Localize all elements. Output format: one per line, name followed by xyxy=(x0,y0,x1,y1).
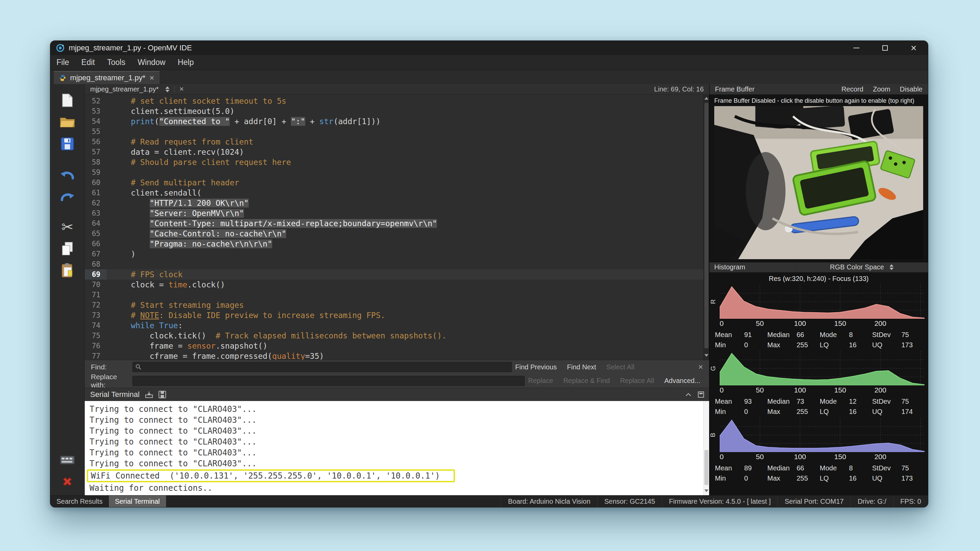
line-number: 76 xyxy=(85,341,107,351)
find-buttons: Find Previous Find Next Select All xyxy=(515,363,692,371)
line-number: 64 xyxy=(85,218,107,229)
find-label: Find: xyxy=(89,363,129,371)
zoom-button[interactable]: Zoom xyxy=(873,86,890,93)
replace-input[interactable] xyxy=(132,376,525,386)
tab-serial-terminal[interactable]: Serial Terminal xyxy=(109,495,166,507)
terminal-line: Trying to connect to "CLARO403"... xyxy=(89,426,702,437)
line-number: 69 xyxy=(85,269,107,279)
stat-max: Max255 xyxy=(767,341,820,349)
menu-window[interactable]: Window xyxy=(131,55,172,70)
axis-tick-label: 0 xyxy=(720,319,724,327)
code-line: 69 # FPS clock xyxy=(85,269,709,279)
stat-min: Min0 xyxy=(715,341,767,349)
open-file-button[interactable] xyxy=(57,114,77,130)
code-line: 60 # Send multipart header xyxy=(85,178,709,188)
histogram-red-stats: Mean91Median66Mode8StDev75Min0Max255LQ16… xyxy=(715,328,924,351)
copy-button[interactable] xyxy=(57,240,77,257)
histogram-red-plot: R xyxy=(720,285,924,319)
redo-button[interactable] xyxy=(57,188,77,205)
stat-median: Median66 xyxy=(767,464,820,472)
drive-info: Drive: G:/ xyxy=(850,495,893,507)
colorspace-select[interactable]: RGB Color Space xyxy=(795,262,928,272)
scroll-up-icon[interactable] xyxy=(705,97,708,100)
code-line: 61 client.sendall( xyxy=(85,188,709,198)
main-area: ✂ xyxy=(50,84,928,495)
cut-button[interactable]: ✂ xyxy=(57,219,77,235)
export-log-icon[interactable] xyxy=(145,391,153,398)
scroll-down-icon[interactable] xyxy=(705,354,708,357)
find-input[interactable] xyxy=(132,362,512,372)
axis-tick-label: 200 xyxy=(875,386,886,394)
line-number: 59 xyxy=(85,167,107,178)
record-button[interactable]: Record xyxy=(842,86,863,93)
split-close-icon[interactable]: × xyxy=(179,85,184,94)
code-line: 56 # Read request from client xyxy=(85,137,709,147)
axis-tick-label: 200 xyxy=(875,453,886,461)
code-editor[interactable]: 52 # set client socket timeout to 5s53 c… xyxy=(85,95,709,360)
scrollbar-thumb[interactable] xyxy=(705,103,708,348)
editor-scrollbar[interactable] xyxy=(703,95,709,360)
save-file-icon xyxy=(61,137,74,150)
terminal-scrollbar-thumb[interactable] xyxy=(705,450,708,485)
stat-stdev: StDev75 xyxy=(872,398,924,405)
openmv-logo-icon xyxy=(56,43,65,52)
disable-button[interactable]: Disable xyxy=(900,86,923,93)
stat-mean: Mean89 xyxy=(715,464,767,472)
serial-terminal-output-area[interactable]: Trying to connect to "CLARO403"...Trying… xyxy=(85,401,709,495)
new-file-button[interactable] xyxy=(57,92,77,108)
terminal-scrollbar[interactable] xyxy=(703,401,709,495)
paste-button[interactable] xyxy=(57,262,77,279)
save-log-icon[interactable] xyxy=(159,391,166,398)
axis-tick-label: 150 xyxy=(834,319,846,327)
close-button[interactable]: × xyxy=(899,41,928,55)
stat-uq: UQ174 xyxy=(872,408,924,416)
tab-search-results[interactable]: Search Results xyxy=(50,495,109,507)
undo-button[interactable] xyxy=(57,166,77,183)
line-number: 54 xyxy=(85,116,107,127)
connect-button[interactable] xyxy=(57,452,77,468)
camera-preview-graphic xyxy=(714,106,923,259)
stat-median: Median66 xyxy=(767,331,820,339)
replace-buttons: Replace Replace & Find Replace All Advan… xyxy=(528,377,705,385)
frame-buffer-note: Frame Buffer Disabled - click the disabl… xyxy=(714,97,923,106)
tab-mjpeg-streamer[interactable]: mjpeg_streamer_1.py* × xyxy=(54,71,159,84)
desktop: mjpeg_streamer_1.py - OpenMV IDE × File … xyxy=(0,0,980,551)
axis-tick-label: 50 xyxy=(756,386,764,394)
find-close-icon[interactable]: × xyxy=(698,362,703,372)
line-number: 57 xyxy=(85,147,107,157)
center-column: mjpeg_streamer_1.py* × Line: 69, Col: 16… xyxy=(85,84,709,495)
menu-file[interactable]: File xyxy=(50,55,75,70)
maximize-button[interactable] xyxy=(871,41,899,55)
advanced-button[interactable]: Advanced... xyxy=(664,377,700,385)
stop-button[interactable] xyxy=(57,473,77,490)
resolution-focus-label: Res (w:320, h:240) - Focus (133) xyxy=(710,272,928,285)
collapse-panel-icon[interactable] xyxy=(685,392,692,397)
document-selector-arrows-icon[interactable] xyxy=(165,86,169,92)
serial-header-controls xyxy=(685,391,705,398)
find-previous-button[interactable]: Find Previous xyxy=(515,363,557,371)
replace-and-find-button[interactable]: Replace & Find xyxy=(563,377,610,385)
find-bar: Find: Find Previous Find Next Select All xyxy=(85,360,709,388)
red-axis-label: R xyxy=(710,299,717,304)
replace-button[interactable]: Replace xyxy=(528,377,553,385)
tab-close-icon[interactable]: × xyxy=(150,73,154,83)
replace-all-button[interactable]: Replace All xyxy=(620,377,654,385)
document-selector[interactable]: mjpeg_streamer_1.py* xyxy=(90,86,159,93)
save-file-button[interactable] xyxy=(57,136,77,152)
terminal-scroll-down-icon[interactable] xyxy=(705,489,708,492)
redo-icon xyxy=(60,191,75,202)
menu-tools[interactable]: Tools xyxy=(101,55,132,70)
find-next-button[interactable]: Find Next xyxy=(567,363,596,371)
histogram-green: G 050100150200 Mean93Median73Mode12StDev… xyxy=(710,351,928,418)
line-number: 53 xyxy=(85,106,107,116)
stat-lq: LQ16 xyxy=(820,341,872,349)
select-all-button[interactable]: Select All xyxy=(606,363,634,371)
menu-edit[interactable]: Edit xyxy=(75,55,101,70)
code-line: 67 ) xyxy=(85,249,709,259)
axis-tick-label: 100 xyxy=(794,319,806,327)
code-line: 77 cframe = frame.compressed(quality=35) xyxy=(85,351,709,360)
minimize-button[interactable] xyxy=(842,41,871,55)
menu-help[interactable]: Help xyxy=(172,55,200,70)
code-line: 68 xyxy=(85,259,709,269)
open-in-window-icon[interactable] xyxy=(698,391,705,398)
